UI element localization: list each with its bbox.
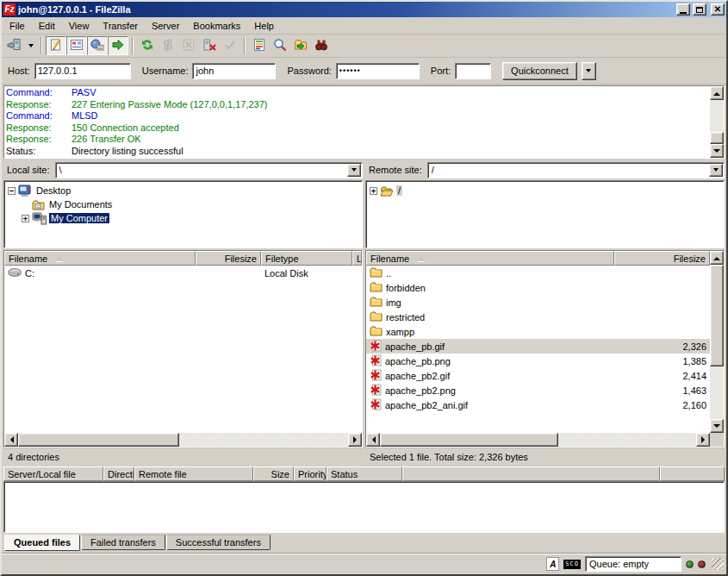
tab-successful-transfers[interactable]: Successful transfers [166,535,271,550]
remote-hscrollbar[interactable] [366,433,710,447]
title-bar[interactable]: Fz john@127.0.0.1 - FileZilla ✕ [2,2,726,17]
file-row[interactable]: C:Local Disk [4,266,362,280]
collapse-icon[interactable]: − [8,187,16,195]
quickconnect-dropdown-button[interactable] [582,62,596,80]
scroll-down-button[interactable] [710,419,724,433]
close-button[interactable]: ✕ [711,3,725,16]
toggle-message-log-button[interactable] [46,36,66,55]
file-row[interactable]: apache_pb2.png1,463 [366,383,710,398]
remote-hscroll-thumb[interactable] [380,433,558,447]
site-manager-dropdown-button[interactable] [25,36,37,55]
column-header-filesize[interactable]: Filesize [196,251,261,266]
remote-site-combo[interactable]: / [427,162,725,178]
file-row[interactable]: .. [366,266,710,280]
log-scroll-track[interactable] [710,100,724,144]
local-status-text: 4 directories [3,448,363,465]
local-hscrollbar[interactable] [4,433,362,447]
remote-vscroll-track[interactable] [710,265,724,419]
remote-vscroll-thumb[interactable] [710,265,724,366]
window-title: john@127.0.0.1 - FileZilla [18,4,674,15]
synchronize-button[interactable] [158,36,178,55]
password-input[interactable] [336,63,420,79]
toggle-local-tree-button[interactable] [66,36,87,55]
log-scrollbar[interactable] [710,86,724,158]
toggle-transfer-queue-button[interactable] [108,36,128,55]
queue-column-remotefile[interactable]: Remote file [134,466,253,481]
file-row[interactable]: apache_pb2.gif2,414 [366,368,710,383]
queue-column-status[interactable]: Status [327,466,402,481]
remote-tree-item[interactable]: +/ [366,184,724,197]
send-activity-led-icon [698,560,706,568]
file-name-cell: apache_pb2_ani.gif [366,398,614,412]
toggle-remote-tree-button[interactable] [87,36,108,55]
tab-queued-files[interactable]: Queued files [4,535,80,551]
menu-transfer[interactable]: Transfer [96,18,145,34]
file-row[interactable]: forbidden [366,280,710,295]
directory-comparison-button[interactable] [311,36,332,55]
file-row[interactable]: apache_pb.png1,385 [366,354,710,368]
local-site-combo[interactable]: \ [55,162,363,178]
remote-vscrollbar[interactable] [710,251,724,447]
menu-bookmarks[interactable]: Bookmarks [186,18,247,34]
menu-view[interactable]: View [62,18,96,34]
file-size-cell: 1,385 [614,356,710,366]
toggle-local-tree-icon [70,38,84,53]
local-hscroll-thumb[interactable] [18,433,179,447]
queue-column-serverlocalfile[interactable]: Server/Local file [3,466,103,481]
file-row[interactable]: restricted [366,310,710,324]
app-icon: Fz [3,3,16,16]
minimize-button[interactable] [676,3,690,16]
port-input[interactable] [455,63,491,79]
local-site-dropdown-button[interactable] [347,164,361,177]
resize-grip[interactable] [712,558,724,570]
scroll-down-button[interactable] [710,144,724,158]
expand-icon[interactable]: + [370,187,377,195]
column-header-filesize[interactable]: Filesize [614,251,710,266]
file-row[interactable]: img [366,295,710,310]
queue-column-size[interactable]: Size [253,466,294,481]
file-row[interactable]: apache_pb.gif2,326 [366,339,710,354]
menu-edit[interactable]: Edit [32,18,62,34]
tab-failed-transfers[interactable]: Failed transfers [81,535,165,550]
menu-file[interactable]: File [3,18,32,34]
remote-site-dropdown-button[interactable] [709,164,723,177]
queue-column-directi[interactable]: Directi... [103,466,134,481]
maximize-button[interactable] [693,3,706,16]
column-header-filename[interactable]: Filename [4,251,196,266]
site-manager-button[interactable] [4,36,25,55]
column-header-filename[interactable]: Filename [366,251,614,266]
scroll-left-button[interactable] [366,433,380,447]
local-tree-item[interactable]: −Desktop [4,184,362,197]
scroll-left-button[interactable] [4,433,18,447]
transfer-queue-list[interactable] [3,481,725,533]
host-input[interactable] [34,63,131,79]
file-search-button[interactable] [270,36,290,55]
file-row[interactable]: apache_pb2_ani.gif2,160 [366,398,710,412]
synchronized-browsing-button[interactable] [290,36,311,55]
menu-help[interactable]: Help [247,18,281,34]
scroll-up-button[interactable] [710,251,724,265]
filter-button[interactable] [249,36,270,55]
file-row[interactable]: xampp [366,324,710,339]
log-scroll-thumb[interactable] [710,132,724,144]
file-name: forbidden [386,283,426,293]
quickconnect-button[interactable]: Quickconnect [502,62,577,80]
local-tree-item[interactable]: +My Computer [4,211,362,225]
queue-column-priority[interactable]: Priority [294,466,327,481]
disconnect-button[interactable] [199,36,220,55]
local-tree-item[interactable]: My Documents [4,197,362,211]
file-name-cell: apache_pb.png [366,354,614,368]
column-header-filetype[interactable]: Filetype [261,251,352,266]
scroll-right-button[interactable] [348,433,362,447]
refresh-button[interactable] [137,36,158,55]
expand-icon[interactable]: + [22,215,29,222]
check-button[interactable] [220,36,240,55]
cancel-operation-icon [182,38,196,53]
scroll-up-button[interactable] [710,86,724,100]
column-header-l[interactable]: L [352,251,362,266]
scroll-right-button[interactable] [696,433,710,447]
username-input[interactable] [192,63,276,79]
cancel-operation-button[interactable] [178,36,199,55]
tree-item-label: / [396,185,402,196]
menu-server[interactable]: Server [145,18,186,34]
